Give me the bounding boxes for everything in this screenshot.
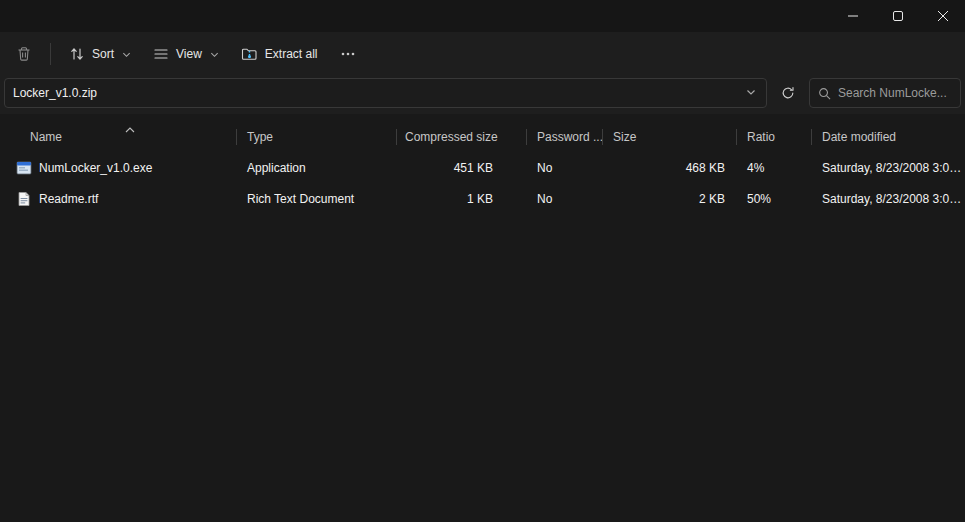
column-header-name[interactable]: Name (0, 122, 237, 152)
address-row (0, 76, 965, 114)
maximize-button[interactable] (875, 0, 920, 32)
view-button[interactable]: View (143, 39, 229, 69)
view-label: View (176, 47, 202, 61)
table-row[interactable]: Readme.rtf Rich Text Document 1 KB No 2 … (0, 183, 965, 214)
chevron-down-icon (746, 87, 756, 97)
sort-icon (69, 46, 85, 62)
maximize-icon (893, 11, 903, 21)
close-icon (938, 11, 948, 21)
file-list: Name Type Compressed size Password ... S… (0, 122, 965, 214)
column-header-ratio[interactable]: Ratio (737, 122, 812, 152)
toolbar-divider (50, 43, 51, 65)
column-headers: Name Type Compressed size Password ... S… (0, 122, 965, 152)
address-dropdown-button[interactable] (742, 86, 760, 100)
date-modified-cell: Saturday, 8/23/2008 3:07 ... (812, 161, 965, 175)
file-name-cell[interactable]: NumLocker_v1.0.exe (0, 160, 237, 176)
titlebar (0, 0, 965, 32)
ratio-cell: 50% (737, 192, 812, 206)
column-header-compressed-size[interactable]: Compressed size (397, 122, 527, 152)
table-row[interactable]: NumLocker_v1.0.exe Application 451 KB No… (0, 152, 965, 183)
view-icon (153, 46, 169, 62)
sort-button[interactable]: Sort (59, 39, 141, 69)
extract-all-button[interactable]: Extract all (231, 39, 328, 69)
column-header-type[interactable]: Type (237, 122, 397, 152)
delete-button[interactable] (6, 39, 42, 69)
ratio-cell: 4% (737, 161, 812, 175)
refresh-button[interactable] (773, 78, 803, 108)
search-icon (818, 87, 831, 100)
trash-icon (16, 46, 32, 62)
size-cell: 468 KB (603, 161, 737, 175)
size-cell: 2 KB (603, 192, 737, 206)
file-type-cell: Rich Text Document (237, 192, 397, 206)
extract-all-icon (241, 46, 258, 62)
command-bar: Sort View Extract all (0, 32, 965, 76)
search-input[interactable] (838, 86, 952, 100)
application-file-icon (16, 160, 32, 176)
minimize-icon (848, 11, 858, 21)
close-button[interactable] (920, 0, 965, 32)
password-cell: No (527, 161, 603, 175)
column-header-size[interactable]: Size (603, 122, 737, 152)
file-name-cell[interactable]: Readme.rtf (0, 191, 237, 207)
chevron-down-icon (210, 50, 219, 59)
address-input[interactable] (13, 86, 742, 100)
compressed-size-cell: 1 KB (397, 192, 527, 206)
extract-all-label: Extract all (265, 47, 318, 61)
compressed-size-cell: 451 KB (397, 161, 527, 175)
minimize-button[interactable] (830, 0, 875, 32)
password-cell: No (527, 192, 603, 206)
file-type-cell: Application (237, 161, 397, 175)
sort-label: Sort (92, 47, 114, 61)
address-bar[interactable] (4, 78, 767, 108)
more-options-icon (340, 46, 356, 62)
chevron-down-icon (122, 50, 131, 59)
column-header-password[interactable]: Password ... (527, 122, 603, 152)
sort-ascending-indicator (125, 122, 135, 136)
column-header-date-modified[interactable]: Date modified (812, 122, 965, 152)
rich-text-document-icon (16, 191, 32, 207)
date-modified-cell: Saturday, 8/23/2008 3:03 ... (812, 192, 965, 206)
see-more-button[interactable] (330, 39, 366, 69)
search-box[interactable] (809, 78, 961, 108)
refresh-icon (781, 86, 795, 100)
